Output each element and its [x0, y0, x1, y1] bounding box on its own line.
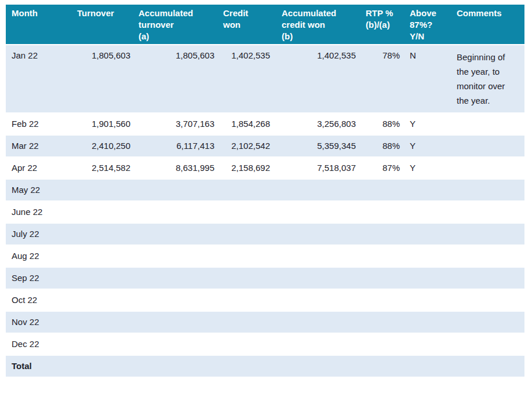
cell-rtp-percent: 87% [362, 157, 405, 179]
cell-month: May 22 [6, 179, 71, 201]
cell-month: Feb 22 [6, 113, 71, 135]
cell-above-87 [405, 311, 453, 333]
cell-turnover [71, 355, 136, 377]
cell-turnover [71, 201, 136, 223]
cell-rtp-percent [362, 355, 405, 377]
cell-month: July 22 [6, 223, 71, 245]
cell-above-87: N [405, 45, 453, 113]
table-row-sep-22: Sep 22 [6, 267, 524, 289]
cell-above-87: Y [405, 113, 453, 135]
cell-month: Sep 22 [6, 267, 71, 289]
cell-credit-won: 2,102,542 [220, 135, 276, 157]
cell-credit-won [220, 289, 276, 311]
cell-credit-won [220, 355, 276, 377]
cell-turnover: 2,410,250 [71, 135, 136, 157]
cell-month: Nov 22 [6, 311, 71, 333]
table-row-feb-22: Feb 221,901,5603,707,1631,854,2683,256,8… [6, 113, 524, 135]
cell-turnover: 2,514,582 [71, 157, 136, 179]
cell-comments: Beginning of the year, to monitor over t… [453, 45, 524, 113]
cell-accumulated-credit-won [276, 355, 362, 377]
cell-accumulated-turnover: 1,805,603 [136, 45, 220, 113]
cell-month: Dec 22 [6, 333, 71, 355]
cell-credit-won: 1,854,268 [220, 113, 276, 135]
cell-credit-won [220, 223, 276, 245]
cell-month: Aug 22 [6, 245, 71, 267]
cell-above-87 [405, 333, 453, 355]
cell-credit-won: 1,402,535 [220, 45, 276, 113]
cell-credit-won: 2,158,692 [220, 157, 276, 179]
cell-credit-won [220, 267, 276, 289]
cell-rtp-percent [362, 333, 405, 355]
cell-turnover [71, 223, 136, 245]
cell-turnover [71, 245, 136, 267]
cell-above-87 [405, 223, 453, 245]
rtp-monitoring-table: MonthTurnoverAccumulated turnover (a)Cre… [6, 5, 524, 378]
table-row-dec-22: Dec 22 [6, 333, 524, 355]
cell-credit-won [220, 179, 276, 201]
cell-accumulated-turnover [136, 267, 220, 289]
table-row-jan-22: Jan 221,805,6031,805,6031,402,5351,402,5… [6, 45, 524, 113]
cell-comments [453, 223, 524, 245]
cell-comments [453, 311, 524, 333]
cell-accumulated-credit-won [276, 223, 362, 245]
cell-rtp-percent [362, 245, 405, 267]
cell-above-87 [405, 201, 453, 223]
cell-above-87 [405, 355, 453, 377]
cell-comments [453, 113, 524, 135]
table-row-july-22: July 22 [6, 223, 524, 245]
cell-rtp-percent [362, 179, 405, 201]
cell-comments [453, 179, 524, 201]
cell-accumulated-credit-won [276, 267, 362, 289]
cell-turnover [71, 289, 136, 311]
header-cell-above-87: Above 87%? Y/N [405, 5, 453, 45]
cell-comments [453, 245, 524, 267]
cell-accumulated-turnover: 6,117,413 [136, 135, 220, 157]
cell-accumulated-credit-won: 3,256,803 [276, 113, 362, 135]
cell-month: Oct 22 [6, 289, 71, 311]
cell-credit-won [220, 201, 276, 223]
cell-month: Total [6, 355, 71, 377]
cell-credit-won [220, 311, 276, 333]
cell-accumulated-turnover: 8,631,995 [136, 157, 220, 179]
cell-above-87 [405, 289, 453, 311]
cell-comments [453, 289, 524, 311]
table-row-total: Total [6, 355, 524, 377]
cell-accumulated-credit-won: 1,402,535 [276, 45, 362, 113]
table-row-may-22: May 22 [6, 179, 524, 201]
cell-accumulated-turnover [136, 201, 220, 223]
table-row-june-22: June 22 [6, 201, 524, 223]
cell-rtp-percent: 88% [362, 113, 405, 135]
cell-accumulated-credit-won: 7,518,037 [276, 157, 362, 179]
cell-accumulated-credit-won [276, 311, 362, 333]
cell-rtp-percent [362, 311, 405, 333]
table-header-row: MonthTurnoverAccumulated turnover (a)Cre… [6, 5, 524, 45]
cell-accumulated-credit-won [276, 201, 362, 223]
cell-accumulated-turnover: 3,707,163 [136, 113, 220, 135]
cell-comments [453, 201, 524, 223]
header-cell-turnover: Turnover [71, 5, 136, 45]
cell-rtp-percent [362, 201, 405, 223]
cell-turnover: 1,901,560 [71, 113, 136, 135]
cell-rtp-percent: 88% [362, 135, 405, 157]
cell-comments [453, 135, 524, 157]
cell-month: June 22 [6, 201, 71, 223]
header-cell-credit-won: Credit won [220, 5, 276, 45]
cell-comments [453, 267, 524, 289]
cell-accumulated-turnover [136, 289, 220, 311]
cell-above-87 [405, 267, 453, 289]
cell-month: Mar 22 [6, 135, 71, 157]
cell-above-87: Y [405, 135, 453, 157]
cell-turnover [71, 267, 136, 289]
header-cell-comments: Comments [453, 5, 524, 45]
cell-accumulated-credit-won [276, 245, 362, 267]
header-cell-accumulated-turnover: Accumulated turnover (a) [136, 5, 220, 45]
rtp-report-page: MonthTurnoverAccumulated turnover (a)Cre… [0, 0, 532, 394]
cell-rtp-percent [362, 267, 405, 289]
cell-turnover: 1,805,603 [71, 45, 136, 113]
table-row-mar-22: Mar 222,410,2506,117,4132,102,5425,359,3… [6, 135, 524, 157]
cell-above-87 [405, 245, 453, 267]
table-row-oct-22: Oct 22 [6, 289, 524, 311]
cell-credit-won [220, 245, 276, 267]
cell-rtp-percent [362, 223, 405, 245]
cell-turnover [71, 179, 136, 201]
